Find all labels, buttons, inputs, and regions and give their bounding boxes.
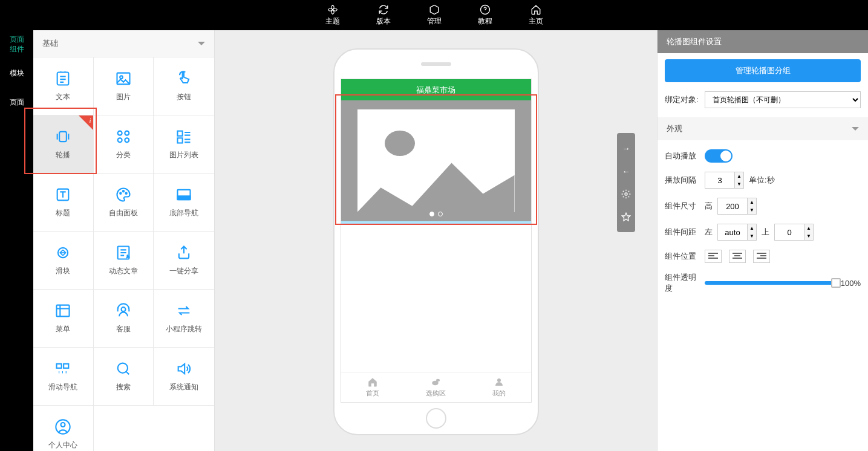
topbar-refresh[interactable]: 版本 [376,4,391,27]
pinwheel-icon [327,4,338,15]
topbar-home[interactable]: 主页 [529,4,543,27]
topbar-label: 管理 [427,16,442,27]
topbar-label: 主页 [529,16,543,27]
topbar-question[interactable]: 教程 [478,4,492,27]
question-icon [480,4,491,15]
refresh-icon [378,4,389,15]
home-icon [530,4,541,15]
hexagon-icon [429,4,440,15]
topbar-hexagon[interactable]: 管理 [427,4,442,27]
topbar-label: 主题 [325,16,340,27]
svg-marker-0 [430,5,439,14]
topbar-label: 版本 [376,16,391,27]
topbar-label: 教程 [478,16,492,27]
topbar-pinwheel[interactable]: 主题 [325,4,340,27]
top-toolbar: 主题版本管理教程主页 [0,0,868,30]
